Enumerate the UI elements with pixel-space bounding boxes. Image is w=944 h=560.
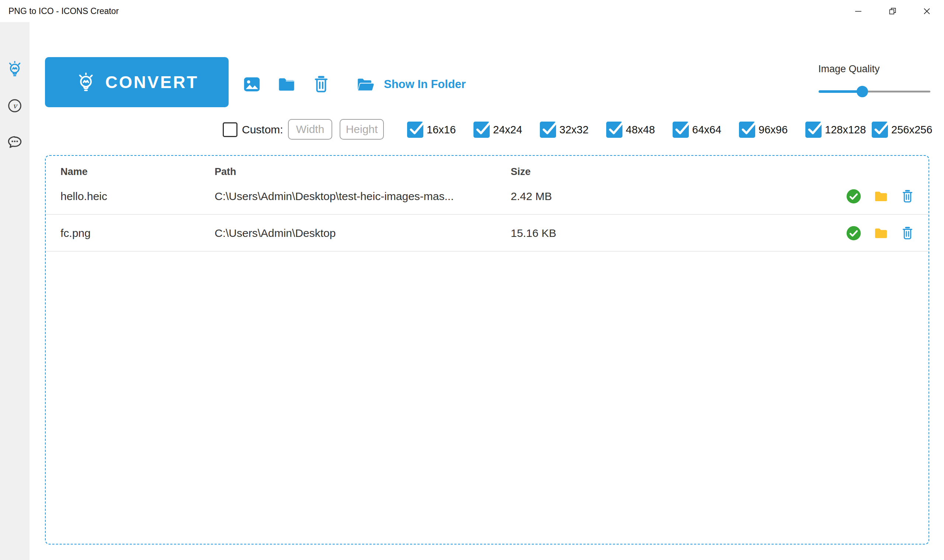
checkbox-checked	[739, 122, 755, 138]
sidebar-item-feedback[interactable]	[0, 129, 29, 155]
checkbox-checked	[673, 122, 689, 138]
version-icon: v	[7, 98, 23, 114]
checkbox-checked	[606, 122, 622, 138]
size-checkbox-64x64[interactable]: 64x64	[673, 122, 721, 138]
add-folder-button[interactable]	[276, 74, 296, 94]
size-checkbox-256x256[interactable]: 256x256	[872, 122, 932, 138]
size-checkbox-32x32[interactable]: 32x32	[540, 122, 589, 138]
size-checkbox-24x24[interactable]: 24x24	[474, 122, 522, 138]
size-checkbox-128x128[interactable]: 128x128	[805, 122, 866, 138]
sidebar: v	[0, 22, 29, 560]
custom-size-checkbox[interactable]	[223, 122, 238, 137]
checkbox-checked	[474, 122, 490, 138]
table-row: fc.png C:\Users\Admin\Desktop 15.16 KB	[46, 215, 929, 252]
feedback-icon	[6, 133, 23, 150]
checkbox-checked	[872, 122, 888, 138]
restore-button[interactable]	[875, 0, 910, 22]
table-row: hello.heic C:\Users\Admin\Desktop\test-h…	[46, 178, 929, 215]
image-quality-slider[interactable]	[819, 84, 930, 99]
show-in-folder-button[interactable]: Show In Folder	[355, 74, 466, 94]
titlebar: PNG to ICO - ICONS Creator	[0, 0, 944, 22]
file-path: C:\Users\Admin\Desktop\test-heic-images-…	[214, 178, 454, 215]
file-path: C:\Users\Admin\Desktop	[214, 215, 336, 252]
restore-icon	[888, 6, 898, 16]
file-size: 15.16 KB	[511, 215, 556, 252]
sidebar-item-version[interactable]: v	[0, 93, 29, 118]
sidebar-item-converter[interactable]	[0, 56, 29, 82]
header-path: Path	[214, 166, 236, 178]
open-folder-icon	[355, 74, 376, 94]
convert-button[interactable]: CONVERT	[45, 57, 228, 107]
size-checkbox-96x96[interactable]: 96x96	[739, 122, 788, 138]
lightbulb-icon	[75, 71, 97, 93]
file-name: hello.heic	[60, 178, 107, 215]
lightbulb-icon	[6, 60, 23, 78]
add-image-icon	[242, 74, 262, 94]
file-name: fc.png	[60, 215, 91, 252]
folder-icon	[873, 226, 889, 241]
checkbox-checked	[805, 122, 822, 138]
clear-list-button[interactable]	[312, 74, 330, 94]
open-file-folder-button[interactable]	[873, 226, 889, 241]
size-checkbox-16x16[interactable]: 16x16	[407, 122, 456, 138]
file-list-header: Name Path Size	[46, 156, 929, 178]
app-window: PNG to ICO - ICONS Creator	[0, 0, 944, 560]
quality-slider-thumb[interactable]	[857, 86, 868, 97]
svg-text:v: v	[13, 102, 18, 110]
row-actions	[846, 178, 915, 215]
status-converted-icon	[846, 189, 861, 204]
folder-icon	[276, 74, 296, 94]
window-controls	[841, 0, 944, 22]
remove-file-button[interactable]	[901, 225, 915, 242]
convert-button-label: CONVERT	[105, 72, 199, 92]
height-input[interactable]	[339, 119, 384, 140]
quality-slider-fill	[819, 90, 862, 93]
minimize-icon	[853, 6, 863, 16]
folder-icon	[873, 189, 889, 204]
remove-file-button[interactable]	[901, 188, 915, 205]
status-converted-icon	[846, 226, 861, 241]
trash-icon	[901, 225, 915, 242]
checkbox-checked	[540, 122, 556, 138]
custom-size-label: Custom:	[242, 123, 283, 136]
window-title: PNG to ICO - ICONS Creator	[8, 0, 119, 22]
minimize-button[interactable]	[841, 0, 875, 22]
checkbox-checked	[407, 122, 423, 138]
main-content: CONVERT	[0, 0, 944, 560]
trash-icon	[312, 74, 330, 94]
add-image-button[interactable]	[242, 74, 262, 94]
open-file-folder-button[interactable]	[873, 189, 889, 204]
file-size: 2.42 MB	[511, 178, 552, 215]
header-size: Size	[511, 166, 531, 178]
size-checkbox-48x48[interactable]: 48x48	[606, 122, 655, 138]
width-input[interactable]	[288, 119, 332, 140]
image-quality-label: Image Quality	[818, 63, 880, 75]
row-actions	[846, 215, 915, 252]
trash-icon	[901, 188, 915, 205]
close-button[interactable]	[910, 0, 944, 22]
file-list-panel: Name Path Size hello.heic C:\Users\Admin…	[45, 155, 929, 545]
show-in-folder-label: Show In Folder	[384, 78, 466, 91]
header-name: Name	[60, 166, 88, 178]
close-icon	[922, 6, 932, 16]
